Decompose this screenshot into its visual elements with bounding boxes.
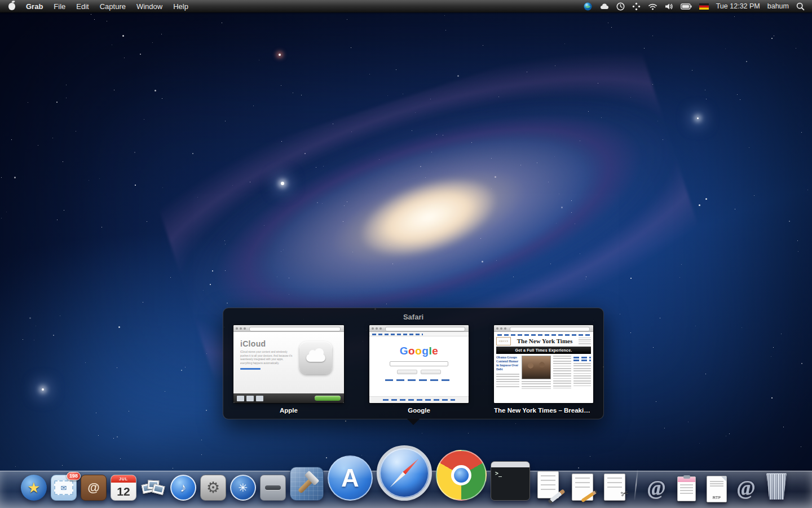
nyt-nav-links <box>497 334 590 336</box>
calendar-month: JUL <box>111 475 136 483</box>
dock-item-star-app[interactable]: ★ <box>21 475 47 501</box>
dock-item-clipboard[interactable] <box>673 475 699 501</box>
browser-chrome <box>369 325 469 332</box>
dock-item-app-store[interactable]: A <box>328 456 373 501</box>
expose-window-label: Google <box>408 407 430 414</box>
green-button <box>315 396 341 401</box>
google-footer <box>369 396 469 403</box>
expose-window-apple[interactable]: iCloud iCloud stores your content and wi… <box>233 325 344 414</box>
bright-star <box>281 182 284 185</box>
music-note-icon: ♪ <box>180 480 187 495</box>
nyt-ad-box: GUCCI <box>496 337 511 345</box>
icloud-link-line <box>240 368 261 370</box>
expose-window-nytimes[interactable]: GUCCI The New York Times Get a Full Time… <box>494 325 593 414</box>
menu-edit[interactable]: Edit <box>76 2 89 11</box>
icloud-body-text: iCloud stores your content and wirelessl… <box>240 351 295 366</box>
browser-chrome <box>233 325 344 332</box>
apple-window-thumbnail[interactable]: iCloud iCloud stores your content and wi… <box>233 325 344 403</box>
calendar-day: 12 <box>111 483 136 500</box>
google-window-thumbnail[interactable]: Google <box>369 325 469 403</box>
volume-icon[interactable] <box>665 3 673 10</box>
expose-app-title: Safari <box>223 308 603 321</box>
expose-window-label: The New York Times – Breaking N… <box>494 407 593 414</box>
pencil-document-icon <box>568 472 597 501</box>
spaces-icon[interactable] <box>632 2 641 11</box>
hammer-icon <box>290 467 324 501</box>
expose-arrow <box>407 419 420 425</box>
google-search-box <box>390 361 448 366</box>
dock-item-downloads[interactable] <box>260 475 286 501</box>
google-links-row <box>385 379 453 381</box>
dock-item-address-book[interactable]: @ <box>81 475 107 501</box>
universal-access-icon: ✳ <box>239 481 248 494</box>
wallpaper <box>0 0 812 508</box>
time-machine-clock-icon[interactable] <box>616 2 625 11</box>
nyt-article-text <box>496 374 519 388</box>
active-app-menu[interactable]: Grab <box>26 2 43 11</box>
dock-item-textedit[interactable] <box>534 470 564 501</box>
clipboard-icon <box>673 475 699 501</box>
dock-item-mail[interactable]: ✉ 198 <box>51 475 77 501</box>
dock-item-stack-at-2[interactable]: @ <box>733 475 759 501</box>
nyt-sidebar-links <box>573 360 591 361</box>
keyboard-german-flag-icon[interactable] <box>699 3 709 10</box>
bright-star <box>42 388 44 391</box>
drawer-icon <box>260 475 286 501</box>
dock-separator <box>634 469 638 501</box>
dock-item-rtf-document[interactable]: RTF <box>703 475 729 501</box>
app-expose-popup: Safari iCloud iCloud stores your content… <box>223 308 604 419</box>
dock-item-stack-at-1[interactable]: @ <box>643 475 669 501</box>
expose-window-google[interactable]: Google Google <box>369 325 469 414</box>
icloud-cloud-icon <box>299 341 332 374</box>
dock-item-scissors-document[interactable]: ✂ <box>601 472 629 501</box>
at-stamp-icon: @ <box>647 476 666 500</box>
photos-icon <box>140 475 166 501</box>
nyt-sidebar-links <box>573 357 591 358</box>
menu-user[interactable]: bahum <box>767 2 789 10</box>
google-logo: Google <box>369 345 469 357</box>
menu-window[interactable]: Window <box>136 2 162 11</box>
rtf-label: RTF <box>707 495 726 500</box>
menu-file[interactable]: File <box>54 2 65 11</box>
dock-item-xcode[interactable] <box>290 467 324 501</box>
nytimes-window-thumbnail[interactable]: GUCCI The New York Times Get a Full Time… <box>494 325 593 403</box>
google-buttons <box>369 370 469 374</box>
expose-window-label: Apple <box>280 407 298 414</box>
menu-capture[interactable]: Capture <box>100 2 126 11</box>
icloud-heading: iCloud <box>240 339 295 348</box>
bright-star <box>279 54 281 56</box>
rtf-document-icon: RTF <box>703 475 729 501</box>
mail-stamp-icon: ✉ <box>54 480 73 495</box>
google-nav-bar <box>369 332 469 336</box>
dock-item-pencil-document[interactable] <box>568 472 597 501</box>
dock-item-terminal[interactable]: >_ <box>491 461 530 501</box>
dock-item-chrome[interactable] <box>436 450 487 501</box>
cloud-icon[interactable] <box>599 3 609 10</box>
terminal-prompt: >_ <box>495 470 502 476</box>
dock-item-universal-access[interactable]: ✳ <box>230 475 256 501</box>
dock-item-ical[interactable]: JUL 12 <box>111 475 136 501</box>
dock-item-itunes[interactable]: ♪ <box>170 475 196 501</box>
menu-help[interactable]: Help <box>173 2 188 11</box>
nyt-masthead-side <box>579 338 591 344</box>
menu-clock[interactable]: Tue 12:32 PM <box>716 2 760 10</box>
dock-item-photo-booth[interactable] <box>140 475 166 501</box>
nyt-banner: Get a Full Times Experience. <box>496 347 591 354</box>
apple-menu-icon[interactable] <box>8 3 15 10</box>
gear-icon: ⚙ <box>206 479 220 497</box>
dock-item-trash[interactable] <box>763 472 791 501</box>
scissors-document-icon: ✂ <box>601 472 629 501</box>
nyt-headline: Obama Groups Contend Humor in Impasse Ov… <box>496 356 519 372</box>
app-orb-icon[interactable] <box>584 2 592 11</box>
at-icon: @ <box>87 480 99 495</box>
icloud-bottom-bar <box>233 393 344 403</box>
dock-item-safari[interactable] <box>377 445 432 501</box>
wifi-icon[interactable] <box>648 3 657 10</box>
nyt-masthead: The New York Times <box>513 338 576 344</box>
nyt-caption-text <box>522 381 551 389</box>
spotlight-icon[interactable] <box>796 2 805 11</box>
dock-item-system-preferences[interactable]: ⚙ <box>200 475 226 501</box>
textedit-icon <box>534 470 564 501</box>
battery-icon[interactable] <box>681 3 692 10</box>
trash-icon <box>763 472 791 501</box>
